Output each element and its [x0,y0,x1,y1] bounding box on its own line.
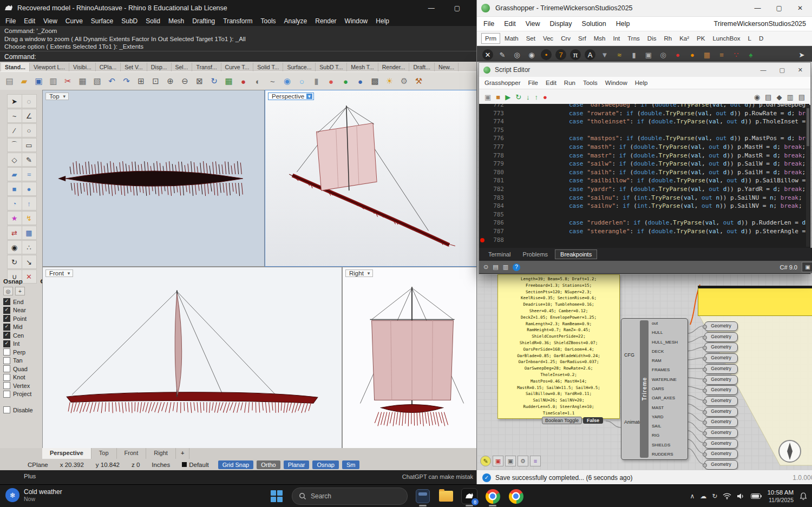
menu-window[interactable]: Window [345,17,368,25]
param-close-icon[interactable]: ✕ [482,49,493,60]
toolbar-tab-draft[interactable]: Draft... [409,63,435,71]
pin-icon[interactable]: ◆ [776,93,782,101]
osnap-end[interactable]: End [3,298,45,306]
menu-display[interactable]: Display [550,20,572,28]
code-line-785[interactable]: 785 [479,210,809,219]
battery-icon[interactable] [751,493,762,499]
canvas-compass-widget[interactable] [778,439,802,463]
notebook-icon[interactable]: ▤ [765,93,771,101]
chevron-down-icon[interactable]: ▾ [366,271,372,276]
loft-icon[interactable]: ≈ [22,167,37,181]
cut-icon[interactable]: ✂ [62,75,74,88]
candy-red-icon[interactable]: ● [672,49,683,60]
extrude-icon[interactable]: ↑ [22,196,37,210]
breakpoint-gutter[interactable] [479,227,486,236]
pan-hand-icon[interactable]: ⊞ [135,75,147,88]
drop-icon[interactable]: ○ [296,75,308,88]
stamp-icon[interactable]: ▣ [493,456,503,466]
component-output-oars[interactable]: OARS [652,387,685,391]
menu-surface[interactable]: Surface [91,17,113,25]
chevron-up-icon[interactable]: ∧ [690,492,695,500]
chevron-down-icon[interactable]: ▾ [306,94,312,99]
close-icon[interactable]: ✕ [798,67,803,74]
code-line-778[interactable]: 778case "mastr": if (double.TryParse(val… [479,152,809,160]
rotate-view-icon[interactable]: ↻ [208,75,220,88]
panel-tab-breakpoints[interactable]: Breakpoints [555,249,597,259]
breakpoint-gutter[interactable] [479,194,486,202]
geometry-node[interactable]: Geometry [704,385,738,395]
menu-run[interactable]: Run [564,80,575,86]
burger-icon[interactable]: ≡ [716,49,727,60]
tab-rh[interactable]: Rh [660,34,675,43]
code-line-772[interactable]: 772case "oarsweepdeg": if (double.TryPar… [479,104,809,109]
component-output-mast[interactable]: MAST [652,406,685,410]
battery-icon[interactable]: ▮ [628,49,639,60]
checkbox[interactable] [3,382,10,389]
breakpoint-gutter[interactable] [479,185,486,194]
gumball-icon[interactable]: ◉ [281,75,293,88]
orange-dot-icon[interactable]: • [541,49,552,60]
box-icon[interactable]: ■ [7,182,22,196]
lasso-icon[interactable]: ◌ [22,94,37,108]
checkbox[interactable] [3,365,10,372]
redo-icon[interactable]: ↷ [120,75,133,88]
menu-file[interactable]: File [483,20,494,28]
maximize-icon[interactable]: ▢ [776,4,782,12]
step-up-icon[interactable]: ↑ [535,93,539,101]
code-line-784[interactable]: 784case "sailnv": if (int.TryParse(val, … [479,202,809,210]
mirror-icon[interactable]: ⇄ [7,226,22,240]
flash-icon[interactable]: ↯ [22,211,37,225]
osnap-knot[interactable]: Knot [3,373,45,382]
sun-icon[interactable]: ☀ [383,75,396,88]
zoom-in-icon[interactable]: ⊕ [164,75,176,88]
tab-math[interactable]: Math [501,34,522,43]
camera-icon[interactable]: ▣ [505,456,516,466]
breakpoint-gutter[interactable] [479,152,486,160]
a-icon[interactable]: A [585,49,595,60]
chevron-down-icon[interactable]: ▾ [62,94,68,99]
toolbar-tab-cpla[interactable]: CPla... [96,63,121,71]
menu-solution[interactable]: Solution [582,20,606,28]
geometry-node[interactable]: Geometry [704,439,738,449]
taskbar-app-chrome[interactable] [484,488,501,504]
viewport-perspective[interactable]: Perspective ▾ [265,90,477,267]
sphere-icon[interactable]: ● [354,75,366,88]
menu-help[interactable]: Help [635,80,648,86]
menu-help[interactable]: Help [376,17,389,25]
geometry-node[interactable]: Geometry [704,396,738,406]
seven-icon[interactable]: 7 [555,49,566,60]
cherries-icon[interactable]: ∵ [731,49,742,60]
rotate-icon[interactable]: ↻ [7,255,22,269]
component-output-shields[interactable]: SHIELDS [652,443,685,447]
viewport-layout-icon[interactable]: ▦ [222,75,235,88]
menu-help[interactable]: Help [616,20,630,28]
checkbox[interactable] [3,332,10,339]
geometry-node[interactable]: Geometry [704,460,738,470]
osnap-option-b-button[interactable]: + [15,287,25,295]
component-output-hull-mesh[interactable]: HULL_MESH [652,340,685,345]
component-output-deck[interactable]: DECK [652,350,685,354]
breakpoint-gutter[interactable] [479,176,486,185]
taskbar-app-file-explorer[interactable] [438,488,454,504]
stop-icon[interactable]: ● [543,93,547,101]
tab-int[interactable]: Int [610,34,623,43]
status-toggle-osnap[interactable]: Osnap [312,460,338,469]
curve-tools-icon[interactable]: ~ [266,75,279,88]
component-output-rig[interactable]: RIG [652,433,685,438]
geometry-node[interactable]: Geometry [704,321,738,331]
file-icon[interactable]: ▤ [493,264,498,271]
points-icon[interactable]: ∴ [22,240,37,254]
undo-icon[interactable]: ↶ [106,75,118,88]
checkbox[interactable] [3,324,10,331]
toolbar-tab-transf[interactable]: Transf... [192,63,221,71]
viewport-top-canvas[interactable] [43,90,264,266]
scale-icon[interactable]: ↘ [22,255,37,269]
checkbox[interactable] [3,406,10,413]
code-line-777[interactable]: 777case "masth": if (double.TryParse(val… [479,143,809,152]
viewport-front-canvas[interactable] [43,267,342,449]
tab-prm[interactable]: Prm [481,33,500,44]
component-output-waterline[interactable]: WATERLINE [652,378,685,382]
breakpoint-gutter[interactable] [479,210,486,219]
toolbar-tab-stand[interactable]: Stand... [1,63,30,71]
osnap-point[interactable]: Point [3,314,45,323]
